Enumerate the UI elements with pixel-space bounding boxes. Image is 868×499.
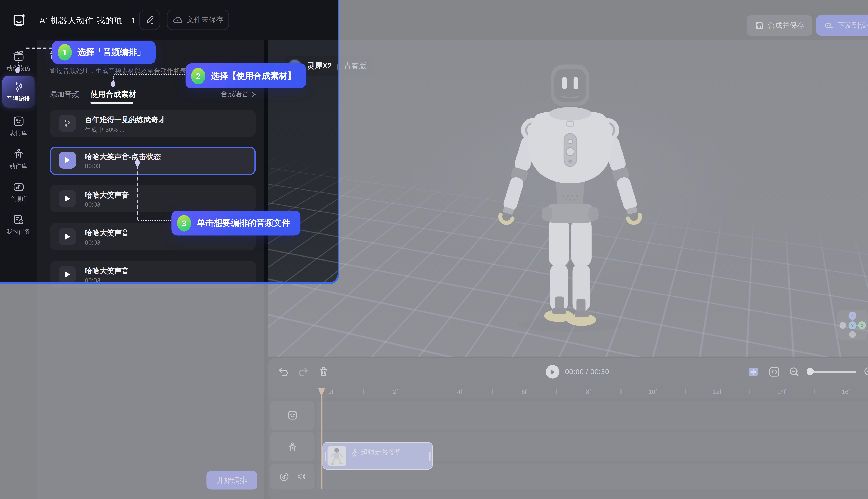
- tab-use-synth-material[interactable]: 使用合成素材: [90, 89, 136, 100]
- connector-step2: [114, 74, 187, 75]
- play-icon: [550, 369, 556, 375]
- timeline-clip-walk-pose[interactable]: 超帅走路姿势: [322, 442, 433, 470]
- audio-item-duration: 00:03: [85, 201, 100, 208]
- timeline-play-button[interactable]: [546, 365, 559, 379]
- start-arrange-button[interactable]: 开始编排: [207, 471, 257, 490]
- audio-item-title: 哈哈大笑声音: [85, 266, 129, 276]
- sidebar-label: 音频库: [10, 195, 27, 203]
- deploy-button[interactable]: 下发到设备: [816, 15, 868, 36]
- tutorial-step-3: 3 单击想要编排的音频文件: [171, 210, 300, 235]
- timeline-tracks: 超帅走路姿势: [268, 399, 868, 499]
- chevron-right-icon: [250, 92, 256, 97]
- sidebar-item-motion-library[interactable]: 动作库: [0, 144, 37, 174]
- audio-item-title: 哈哈大笑声音: [85, 228, 129, 238]
- ruler-label: 4f: [457, 388, 462, 395]
- audio-item-generating[interactable]: 百年难得一见的练武奇才 生成中 30% ...: [50, 110, 256, 137]
- clip-right-handle[interactable]: [429, 452, 431, 461]
- expression-track-header[interactable]: [270, 401, 314, 430]
- motion-track-icon: [287, 441, 298, 452]
- step-number-badge: 3: [177, 215, 191, 231]
- generating-icon: [59, 115, 76, 132]
- ruler-label: 10f: [648, 388, 657, 395]
- gizmo-z-node[interactable]: Z: [848, 312, 856, 320]
- audio-item-selected[interactable]: 哈哈大笑声音-点击状态 00:03: [50, 147, 256, 175]
- synthesize-voice-link[interactable]: 合成语音: [221, 89, 256, 99]
- save-status-button[interactable]: 文件未保存: [167, 10, 229, 30]
- audio-item-status: 生成中 30% ...: [85, 125, 125, 134]
- clip-left-handle[interactable]: [325, 452, 326, 461]
- rename-button[interactable]: [139, 10, 160, 30]
- expression-track-lane[interactable]: [317, 401, 868, 430]
- axis-gizmo[interactable]: Z Y X: [837, 309, 868, 340]
- audio-item[interactable]: 哈哈大笑声音 00:03: [50, 261, 256, 288]
- connector-step3-drop: [137, 166, 138, 220]
- connector-step1: [26, 48, 52, 49]
- connector-dot-step1: [15, 68, 20, 73]
- deploy-label: 下发到设备: [838, 20, 868, 31]
- robot-model-name: 灵犀X2: [307, 61, 332, 71]
- connector-step2-drop: [113, 76, 114, 81]
- sidebar-item-expression-library[interactable]: 表情库: [0, 111, 37, 142]
- tutorial-step-2: 2 选择【使用合成素材】: [186, 63, 306, 88]
- gizmo-neg-x-node[interactable]: [839, 322, 846, 329]
- play-button[interactable]: [59, 228, 76, 245]
- timeline-zoom-slider[interactable]: [807, 370, 856, 373]
- ruler-label: 8f: [586, 388, 591, 395]
- expression-track-icon: [287, 410, 298, 421]
- synthesize-voice-label: 合成语音: [221, 89, 249, 99]
- gizmo-neg-z-node[interactable]: [849, 331, 856, 338]
- sidebar-item-my-tasks[interactable]: 我的任务: [0, 209, 37, 240]
- sidebar-label: 动作库: [10, 162, 27, 170]
- project-title: A1机器人动作-我的项目1: [40, 15, 136, 26]
- play-button[interactable]: [59, 266, 76, 283]
- sidebar-label: 我的任务: [7, 228, 30, 236]
- ruler-label: 6f: [521, 388, 526, 395]
- playhead-line[interactable]: [321, 395, 322, 489]
- play-icon: [64, 157, 71, 163]
- audio-item-duration: 00:03: [85, 277, 100, 283]
- synthesize-save-button[interactable]: 合成并保存: [747, 15, 812, 36]
- synthesize-save-label: 合成并保存: [768, 20, 805, 31]
- audio-item-title: 哈哈大笑声音-点击状态: [85, 151, 161, 162]
- play-button[interactable]: [59, 151, 76, 169]
- play-icon: [64, 271, 71, 278]
- 3d-viewport[interactable]: 灵犀X2 | 青春版 Z Y X: [268, 40, 868, 356]
- gizmo-x-node[interactable]: X: [858, 321, 866, 329]
- audio-track-header[interactable]: [270, 464, 314, 490]
- sidebar-item-audio-library[interactable]: 音频库: [0, 177, 37, 207]
- robot-head: [551, 64, 590, 106]
- sidebar-item-audio-arrange[interactable]: 音频编排: [2, 76, 35, 108]
- audio-item-title: 哈哈大笑声音: [85, 190, 129, 200]
- robot-download-icon: [824, 21, 833, 30]
- step-text: 单击想要编排的音频文件: [197, 218, 290, 228]
- save-status-label: 文件未保存: [187, 15, 223, 25]
- play-button[interactable]: [59, 190, 76, 207]
- ruler-label: 2f: [393, 388, 398, 395]
- ruler-label: 0f: [328, 388, 334, 395]
- gizmo-y-node[interactable]: Y: [848, 321, 856, 329]
- save-disk-icon: [755, 21, 764, 30]
- zoom-out-icon[interactable]: [789, 366, 800, 377]
- header-bar: A1机器人动作-我的项目1 文件未保存 合成并保存 下发到设备: [0, 0, 868, 40]
- zoom-slider-knob[interactable]: [807, 368, 814, 375]
- audio-item[interactable]: 哈哈大笑声音 00:03: [50, 185, 256, 212]
- app-window: A1机器人动作-我的项目1 文件未保存 合成并保存 下发到设备 动作模仿 音频编…: [0, 0, 868, 499]
- motion-track-header[interactable]: [270, 432, 314, 461]
- volume-icon[interactable]: [296, 471, 307, 482]
- play-icon: [64, 233, 71, 240]
- step-text: 选择【使用合成素材】: [211, 71, 296, 81]
- sidebar-label: 表情库: [10, 130, 27, 137]
- timeline-ruler[interactable]: 0f 2f 4f 6f 8f 10f 12f 14f 16f: [268, 386, 868, 399]
- play-icon: [64, 195, 71, 202]
- tab-add-audio[interactable]: 添加音频: [50, 89, 79, 100]
- robot-pelvis: [546, 204, 594, 223]
- walking-person-icon: [351, 449, 358, 457]
- app-logo-icon: [12, 12, 27, 27]
- audio-item-duration: 00:03: [85, 239, 100, 246]
- audio-item-duration: 00:03: [85, 162, 100, 169]
- robot-model-edition: 青春版: [344, 61, 367, 71]
- fit-timeline-icon[interactable]: [769, 366, 780, 377]
- zoom-in-icon[interactable]: [863, 366, 868, 377]
- auto-attach-icon[interactable]: [748, 366, 759, 377]
- robot-model[interactable]: [485, 61, 655, 333]
